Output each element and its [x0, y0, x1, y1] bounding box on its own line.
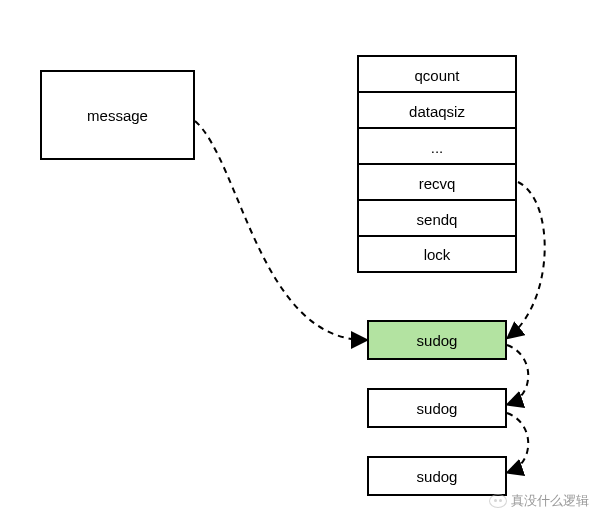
sudog-label: sudog: [417, 468, 458, 485]
sudog-label: sudog: [417, 332, 458, 349]
struct-field-label: qcount: [414, 67, 459, 84]
struct-field-label: dataqsiz: [409, 103, 465, 120]
struct-field-lock: lock: [357, 235, 517, 273]
struct-field-sendq: sendq: [357, 199, 517, 237]
sudog-label: sudog: [417, 400, 458, 417]
arrow-sudog0-to-sudog1: [507, 345, 528, 404]
watermark: 真没什么逻辑: [489, 492, 589, 510]
arrow-sudog1-to-sudog2: [507, 413, 528, 472]
message-box: message: [40, 70, 195, 160]
arrow-message-to-sudog: [195, 121, 365, 340]
sudog-box-1: sudog: [367, 388, 507, 428]
struct-field-label: recvq: [419, 175, 456, 192]
sudog-box-0: sudog: [367, 320, 507, 360]
struct-field-label: sendq: [417, 211, 458, 228]
struct-field-qcount: qcount: [357, 55, 517, 93]
struct-field-label: lock: [424, 246, 451, 263]
struct-field-ellipsis: ...: [357, 127, 517, 165]
sudog-box-2: sudog: [367, 456, 507, 496]
struct-field-dataqsiz: dataqsiz: [357, 91, 517, 129]
watermark-text: 真没什么逻辑: [511, 492, 589, 510]
struct-field-recvq: recvq: [357, 163, 517, 201]
message-label: message: [87, 107, 148, 124]
struct-field-label: ...: [431, 139, 444, 156]
wechat-icon: [489, 494, 507, 508]
